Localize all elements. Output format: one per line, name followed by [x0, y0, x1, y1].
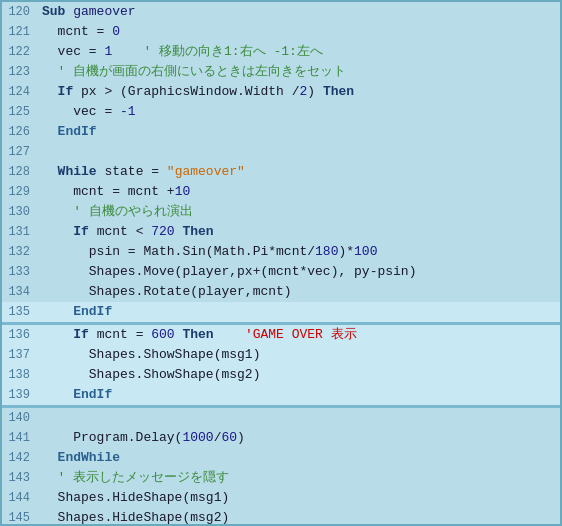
code-line-124: 124 If px > (GraphicsWindow.Width /2) Th…: [2, 82, 560, 102]
code-line-120: 120 Sub gameover: [2, 2, 560, 22]
code-line-137: 137 Shapes.ShowShape(msg1): [2, 345, 560, 365]
code-line-128: 128 While state = "gameover": [2, 162, 560, 182]
code-line-123: 123 ' 自機が画面の右側にいるときは左向きをセット: [2, 62, 560, 82]
code-line-138: 138 Shapes.ShowShape(msg2): [2, 365, 560, 385]
code-line-122: 122 vec = 1 ' 移動の向き1:右へ -1:左へ: [2, 42, 560, 62]
code-line-127: 127: [2, 142, 560, 162]
code-line-135: 135 EndIf: [2, 302, 560, 322]
code-line-134: 134 Shapes.Rotate(player,mcnt): [2, 282, 560, 302]
code-line-136: 136 If mcnt = 600 Then 'GAME OVER 表示: [2, 325, 560, 345]
code-line-144: 144 Shapes.HideShape(msg1): [2, 488, 560, 508]
code-line-125: 125 vec = -1: [2, 102, 560, 122]
code-line-129: 129 mcnt = mcnt +10: [2, 182, 560, 202]
code-line-126: 126 EndIf: [2, 122, 560, 142]
code-line-143: 143 ' 表示したメッセージを隠す: [2, 468, 560, 488]
code-line-142: 142 EndWhile: [2, 448, 560, 468]
code-line-139: 139 EndIf: [2, 385, 560, 405]
code-line-130: 130 ' 自機のやられ演出: [2, 202, 560, 222]
code-line-145: 145 Shapes.HideShape(msg2): [2, 508, 560, 526]
code-line-132: 132 psin = Math.Sin(Math.Pi*mcnt/180)*10…: [2, 242, 560, 262]
code-line-141: 141 Program.Delay(1000/60): [2, 428, 560, 448]
code-editor: 120 Sub gameover 121 mcnt = 0 122 vec = …: [0, 0, 562, 526]
code-line-133: 133 Shapes.Move(player,px+(mcnt*vec), py…: [2, 262, 560, 282]
code-line-121: 121 mcnt = 0: [2, 22, 560, 42]
code-line-131: 131 If mcnt < 720 Then: [2, 222, 560, 242]
code-line-140: 140: [2, 408, 560, 428]
